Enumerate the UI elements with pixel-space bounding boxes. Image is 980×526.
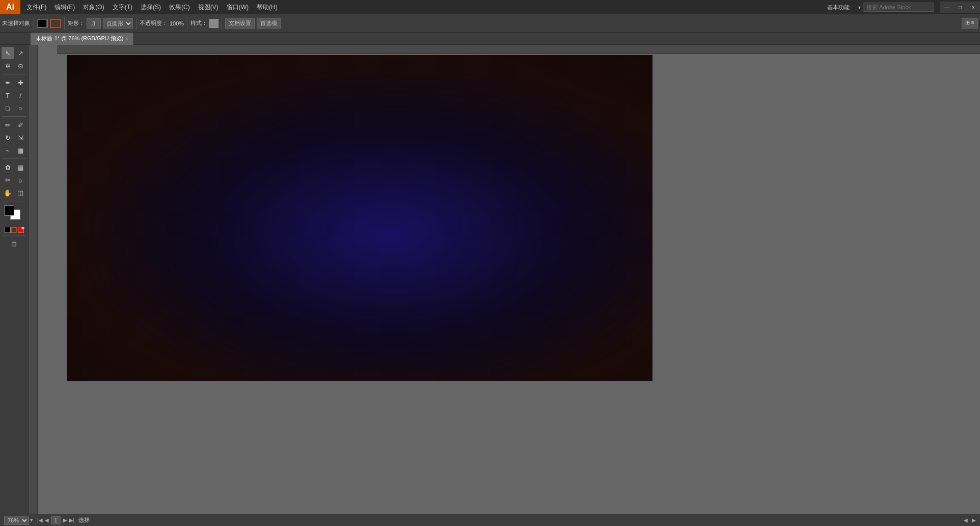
app-logo: Ai [0, 0, 20, 14]
magic-wand-tool[interactable]: ✲ [2, 60, 14, 72]
scroll-right-btn[interactable]: ▶ [972, 517, 976, 523]
column-graph-tool[interactable]: ▤ [14, 161, 26, 173]
fill-color-inner [38, 20, 46, 27]
first-page-btn[interactable]: |◀ [37, 517, 43, 523]
style-label: 样式： [190, 19, 207, 27]
main-layout: ↖ ↗ ✲ ⊙ ✒ ✚ T / □ ○ ✏ ✐ ↻ ⇲ ~ [0, 45, 980, 514]
menu-effect[interactable]: 效果(C) [165, 0, 194, 14]
direct-select-tool[interactable]: ↗ [14, 47, 26, 59]
lasso-tool[interactable]: ⊙ [14, 60, 26, 72]
zoom-tool[interactable]: ⌕ [14, 174, 26, 186]
ellipse-tool[interactable]: ○ [14, 102, 26, 114]
toolbox: ↖ ↗ ✲ ⊙ ✒ ✚ T / □ ○ ✏ ✐ ↻ ⇲ ~ [0, 45, 29, 514]
gradient-tool[interactable]: ◫ [14, 187, 26, 199]
graph-tool[interactable]: ▦ [14, 144, 26, 156]
toolbar-sep-3 [136, 17, 137, 30]
canvas-area[interactable] [29, 45, 980, 514]
artboard-tool[interactable]: ⊡ [8, 238, 20, 250]
doc-tab[interactable]: 未标题-1* @ 76% (RGB/GPU 预览) × [31, 33, 134, 45]
small-stroke-swatch[interactable] [11, 227, 17, 233]
preferences-button[interactable]: 首选项 [257, 18, 281, 29]
workspace-label: 基本功能 [827, 4, 850, 11]
fill-color-box[interactable] [37, 19, 48, 28]
menu-object[interactable]: 对象(O) [79, 0, 108, 14]
paintbrush-tool[interactable]: ✏ [2, 119, 14, 131]
no-selection-label: 未选择对象 [2, 19, 30, 27]
small-fill-swatch[interactable] [5, 227, 11, 233]
foreground-color[interactable] [4, 205, 14, 216]
stroke-width-input[interactable] [87, 18, 101, 29]
workspace-dropdown-btn[interactable]: ▾ [856, 4, 863, 11]
menu-type[interactable]: 文字(T) [108, 0, 137, 14]
scale-tool[interactable]: ⇲ [14, 132, 26, 144]
prev-page-btn[interactable]: ◀ [45, 517, 49, 523]
type-tool[interactable]: T [2, 89, 14, 101]
opacity-label: 不透明度： [140, 19, 168, 27]
pencil-tool[interactable]: ✐ [14, 119, 26, 131]
menu-help[interactable]: 帮助(H) [253, 0, 282, 14]
toolbar-sep-4 [187, 17, 187, 30]
toolbar-sep-1 [33, 17, 34, 30]
menu-window[interactable]: 窗口(W) [223, 0, 253, 14]
ruler-left [29, 45, 38, 514]
opacity-value: 100% [170, 20, 184, 27]
toolbar-sep-5 [222, 17, 222, 30]
next-page-btn[interactable]: ▶ [63, 517, 67, 523]
last-page-btn[interactable]: ▶| [69, 517, 75, 523]
rotate-tool[interactable]: ↻ [2, 132, 14, 144]
search-stock-input[interactable] [863, 3, 934, 12]
tab-close-btn[interactable]: × [126, 36, 128, 41]
canvas-document[interactable] [67, 55, 652, 381]
scissors-tool[interactable]: ✂ [2, 174, 14, 186]
zoom-dropdown-icon[interactable]: ▾ [30, 517, 33, 523]
zoom-select[interactable]: 76% [4, 516, 29, 525]
toolbar-sep-2 [64, 17, 65, 30]
maximize-button[interactable]: □ [954, 2, 967, 13]
rect-tool[interactable]: □ [2, 102, 14, 114]
scroll-left-btn[interactable]: ◀ [964, 517, 968, 523]
status-bar: 76% ▾ |◀ ◀ ▶ ▶| 选择 ◀ ▶ [0, 514, 980, 526]
shape-label: 矩形： [68, 19, 85, 27]
toolbar: 未选择对象 矩形： 点圆形 不透明度： 100% 样式： 文档设置 首选项 ⊞ … [0, 14, 980, 33]
add-anchor-tool[interactable]: ✚ [14, 76, 26, 89]
warp-tool[interactable]: ~ [2, 144, 14, 156]
selection-tool[interactable]: ↖ [2, 47, 14, 59]
style-swatch[interactable] [209, 19, 219, 28]
page-navigation: |◀ ◀ ▶ ▶| [37, 516, 74, 524]
title-bar: Ai 文件(F) 编辑(E) 对象(O) 文字(T) 选择(S) 效果(C) 视… [0, 0, 980, 14]
menu-select[interactable]: 选择(S) [137, 0, 165, 14]
page-number-input[interactable] [51, 516, 61, 524]
menu-bar: 文件(F) 编辑(E) 对象(O) 文字(T) 选择(S) 效果(C) 视图(V… [20, 0, 980, 14]
swap-colors-btn[interactable]: ⇄ [18, 227, 24, 233]
line-tool[interactable]: / [14, 89, 26, 101]
symbol-tool[interactable]: ✿ [2, 161, 14, 173]
pen-tool[interactable]: ✒ [2, 76, 14, 89]
ruler-top [57, 45, 980, 54]
doc-settings-button[interactable]: 文档设置 [225, 18, 255, 29]
stroke-color-box[interactable] [50, 19, 61, 28]
arrange-buttons[interactable]: ⊞ ≡ [962, 18, 978, 29]
minimize-button[interactable]: — [940, 2, 954, 13]
shape-dropdown[interactable]: 点圆形 [103, 18, 133, 29]
zoom-controls: 76% ▾ [4, 516, 33, 525]
hand-tool[interactable]: ✋ [2, 187, 14, 199]
tab-label: 未标题-1* @ 76% (RGB/GPU 预览) [36, 35, 124, 42]
tab-bar: 未标题-1* @ 76% (RGB/GPU 预览) × [0, 33, 980, 45]
status-tool-label: 选择 [78, 516, 90, 524]
close-button[interactable]: × [967, 2, 980, 13]
menu-file[interactable]: 文件(F) [22, 0, 50, 14]
menu-view[interactable]: 视图(V) [194, 0, 223, 14]
window-controls: — □ × [940, 2, 980, 13]
menu-edit[interactable]: 编辑(E) [50, 0, 79, 14]
